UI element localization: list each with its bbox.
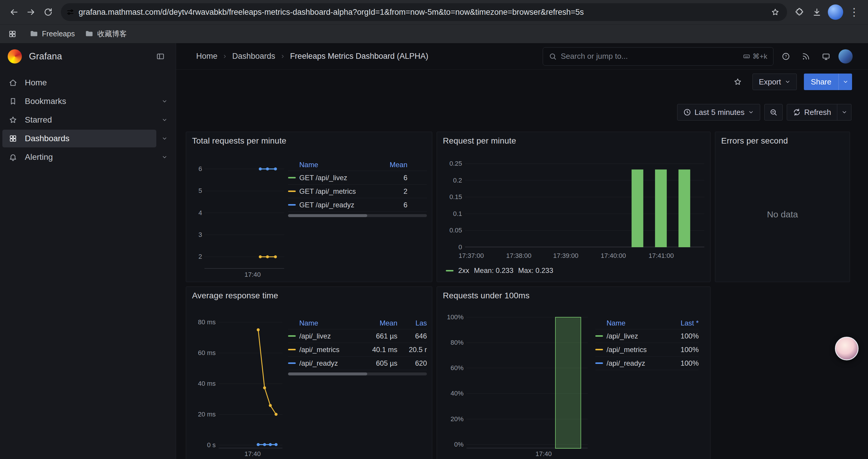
legend-header-name[interactable]: Name <box>299 319 367 327</box>
legend-row[interactable]: GET /api/_metrics 2 <box>288 185 427 198</box>
y-tick: 60% <box>441 364 464 371</box>
export-button[interactable]: Export <box>752 73 797 90</box>
y-tick: 20% <box>441 416 464 423</box>
legend-row[interactable]: /api/_readyz 605 µs 620 <box>288 357 427 370</box>
share-menu-button[interactable] <box>838 73 852 90</box>
expand-dashboards-button[interactable] <box>156 130 173 147</box>
star-icon <box>734 78 742 86</box>
series-label[interactable]: 2xx <box>458 266 469 275</box>
y-tick: 0.05 <box>441 227 462 234</box>
legend-table: Name Mean GET /api/_livez 6 GET /api/_me… <box>288 159 427 217</box>
sidebar-item-starred-link[interactable]: Starred <box>2 111 156 129</box>
sidebar-item-label: Alerting <box>25 153 53 162</box>
legend-row[interactable]: GET /api/_readyz 6 <box>288 198 427 212</box>
series-color-swatch <box>446 270 454 271</box>
zoom-out-button[interactable] <box>764 104 783 121</box>
series-color-swatch <box>288 191 296 192</box>
breadcrumb-home[interactable]: Home <box>196 52 217 61</box>
grafana-sidebar: Grafana Home Bookmarks <box>0 43 176 459</box>
under-100ms-bar-chart <box>466 317 588 448</box>
browser-profile-avatar[interactable] <box>828 4 843 20</box>
refresh-interval-button[interactable] <box>837 104 851 121</box>
grafana-logo[interactable] <box>8 49 22 64</box>
expand-bookmarks-button[interactable] <box>156 93 173 109</box>
search-shortcut: ⌘+k <box>743 52 767 61</box>
svg-text:?: ? <box>785 54 787 59</box>
legend-header-name[interactable]: Name <box>607 319 666 327</box>
legend-row[interactable]: /api/_livez 661 µs 646 <box>288 329 427 343</box>
chevron-down-icon <box>162 117 167 123</box>
brand-title: Grafana <box>29 51 153 62</box>
bookmark-page-button[interactable] <box>769 6 782 19</box>
arrow-left-icon <box>9 7 19 17</box>
legend-scrollbar[interactable] <box>288 214 427 217</box>
puzzle-icon <box>795 7 804 17</box>
chevron-down-icon <box>843 79 848 85</box>
series-mean: Mean: 0.233 <box>474 266 513 275</box>
panel-title: Requests under 100ms <box>443 291 530 300</box>
breadcrumb-dashboards[interactable]: Dashboards <box>232 52 275 61</box>
search-input[interactable] <box>561 52 739 61</box>
series-color-swatch <box>595 362 603 364</box>
legend-row[interactable]: GET /api/_livez 6 <box>288 171 427 185</box>
bookmark-label: Freeleaps <box>42 30 75 38</box>
favorite-dashboard-button[interactable] <box>730 74 745 90</box>
series-color-swatch <box>288 177 296 178</box>
sidebar-item-dashboards-link[interactable]: Dashboards <box>2 130 156 147</box>
legend-header-mean[interactable]: Mean <box>381 161 407 169</box>
legend-row[interactable]: /api/_readyz 100% <box>595 357 699 370</box>
user-avatar[interactable] <box>838 49 852 64</box>
browser-menu-button[interactable]: ⋮ <box>845 4 863 21</box>
downloads-button[interactable] <box>808 4 826 21</box>
sidebar-item-alerting-link[interactable]: Alerting <box>2 148 156 166</box>
legend-row[interactable]: /api/_livez 100% <box>595 329 699 343</box>
legend-header-last[interactable]: Las <box>402 319 427 327</box>
display-button[interactable] <box>818 49 834 64</box>
apps-shortcut-button[interactable] <box>5 27 20 41</box>
dashboards-icon <box>9 134 17 143</box>
bookmark-folder-freeleaps[interactable]: Freeleaps <box>30 30 75 38</box>
legend-row[interactable]: /api/_metrics 100% <box>595 343 699 357</box>
legend-inline: 2xx Mean: 0.233 Max: 0.233 <box>446 266 553 275</box>
bookmark-folder-blogs[interactable]: 收藏博客 <box>85 29 127 39</box>
panel-title: Average response time <box>192 291 278 300</box>
legend-header-mean[interactable]: Mean <box>367 319 397 327</box>
x-tick: 17:37:00 <box>451 252 492 260</box>
sidebar-item-home-link[interactable]: Home <box>2 74 173 92</box>
site-settings-icon[interactable] <box>66 8 74 16</box>
legend-header-name[interactable]: Name <box>299 161 381 169</box>
sidebar-item-bookmarks-link[interactable]: Bookmarks <box>2 93 156 110</box>
forward-button[interactable] <box>23 4 39 21</box>
panel-title: Errors per second <box>721 136 788 145</box>
sidebar-collapse-button[interactable] <box>153 49 168 64</box>
screen: grafana.mathmast.com/d/deytv4rwavabkb/fr… <box>0 0 868 459</box>
chevron-down-icon <box>841 109 847 115</box>
y-tick: 6 <box>189 165 202 172</box>
scrollbar-thumb[interactable] <box>288 372 367 375</box>
chevron-down-icon <box>748 109 754 115</box>
download-icon <box>812 7 822 17</box>
share-button[interactable]: Share <box>804 73 838 90</box>
scrollbar-thumb[interactable] <box>288 214 367 217</box>
reload-button[interactable] <box>39 4 57 21</box>
expand-alerting-button[interactable] <box>156 149 173 165</box>
home-icon <box>9 78 17 87</box>
assistant-avatar-bubble[interactable] <box>835 337 859 360</box>
legend-scrollbar[interactable] <box>288 372 427 375</box>
expand-starred-button[interactable] <box>156 112 173 128</box>
y-tick: 80 ms <box>189 319 216 326</box>
panel-request-per-minute: Request per minute 0.25 0.2 0.15 0.1 0.0… <box>437 132 711 282</box>
extensions-button[interactable] <box>791 4 808 21</box>
legend-row[interactable]: /api/_metrics 40.1 ms 20.5 r <box>288 343 427 357</box>
series-color-swatch <box>288 335 296 337</box>
back-button[interactable] <box>5 4 23 21</box>
legend-header-last[interactable]: Last * <box>666 319 699 327</box>
search-icon <box>549 53 557 60</box>
news-button[interactable] <box>798 49 814 64</box>
search-bar[interactable]: ⌘+k <box>543 47 773 66</box>
url-bar[interactable]: grafana.mathmast.com/d/deytv4rwavabkb/fr… <box>61 3 787 21</box>
time-range-picker[interactable]: Last 5 minutes <box>677 104 760 121</box>
refresh-button[interactable]: Refresh <box>787 104 837 121</box>
y-tick: 0.2 <box>441 177 462 184</box>
help-button[interactable]: ? <box>778 49 794 64</box>
